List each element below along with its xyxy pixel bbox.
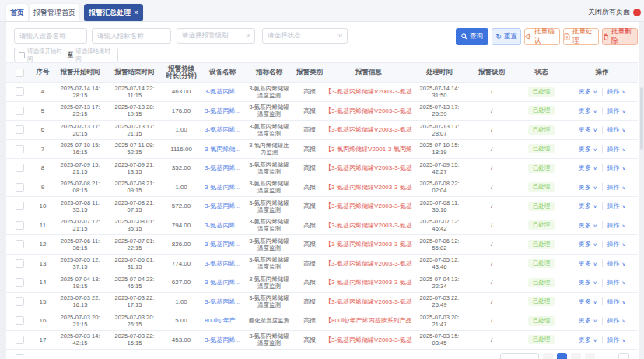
page-next-button[interactable]	[585, 353, 595, 359]
tab-alarm-management-home[interactable]: 报警管理首页	[30, 4, 79, 21]
device-name-link[interactable]: 3-氨基丙烯...	[201, 221, 244, 230]
row-checkbox[interactable]	[16, 183, 24, 192]
chevron-down-icon: ∨	[593, 165, 597, 171]
page-prev-button[interactable]	[543, 353, 553, 359]
tab-home[interactable]: 首页	[6, 4, 28, 21]
action-dropdown[interactable]: 操作	[607, 125, 620, 134]
indicator-name-input[interactable]	[97, 32, 166, 40]
alarm-level-select[interactable]: 请选择报警级别 ∨	[177, 28, 255, 44]
action-dropdown[interactable]: 操作	[607, 221, 620, 230]
page-button[interactable]	[571, 353, 581, 359]
more-dropdown[interactable]: 更多	[579, 183, 591, 192]
more-dropdown[interactable]: 更多	[579, 297, 591, 306]
row-checkbox[interactable]	[16, 336, 24, 344]
action-dropdown[interactable]: 操作	[607, 145, 620, 153]
row-checkbox[interactable]	[16, 297, 24, 306]
header-seq: 序号	[33, 68, 53, 77]
select-all-checkbox[interactable]	[16, 69, 24, 77]
more-dropdown[interactable]: 更多	[579, 259, 591, 268]
row-checkbox-cell	[6, 202, 33, 210]
device-name-link[interactable]: 3-氨基丙烯...	[201, 336, 244, 344]
more-dropdown[interactable]: 更多	[579, 87, 591, 96]
more-dropdown[interactable]: 更多	[579, 145, 591, 153]
more-dropdown[interactable]: 更多	[579, 202, 591, 210]
tab-alarm-summary-processing[interactable]: 报警汇总处理 ×	[84, 4, 143, 21]
page-jump-input[interactable]	[618, 353, 629, 359]
more-dropdown[interactable]: 更多	[579, 316, 591, 325]
action-dropdown[interactable]: 操作	[607, 259, 620, 268]
more-dropdown[interactable]: 更多	[579, 240, 591, 248]
device-name-link[interactable]: 3-氨基丙烯...	[201, 278, 244, 287]
cell-alarm-info: 【3-氨基丙烯储罐V2003-3-氨基	[325, 278, 412, 287]
row-checkbox[interactable]	[16, 107, 24, 115]
row-checkbox[interactable]	[16, 145, 24, 153]
action-dropdown[interactable]: 操作	[607, 278, 620, 287]
action-dropdown[interactable]: 操作	[607, 336, 620, 344]
tab-close-icon[interactable]: ×	[134, 9, 138, 16]
row-checkbox[interactable]	[16, 240, 24, 248]
row-checkbox[interactable]	[16, 278, 24, 287]
more-dropdown[interactable]: 更多	[579, 107, 591, 115]
device-name-link[interactable]: 3-氯丙烯储...	[201, 145, 244, 153]
device-name-input[interactable]	[19, 32, 82, 40]
row-checkbox[interactable]	[16, 259, 24, 268]
cell-alarm-level: /	[467, 164, 516, 171]
device-name-link[interactable]: 3-氨基丙烯...	[201, 240, 244, 248]
device-name-link[interactable]: 3-氨基丙烯...	[201, 297, 244, 306]
status-select[interactable]: 请选择状态 ∨	[262, 28, 348, 44]
device-name-link[interactable]: 3-氨基丙烯...	[201, 164, 244, 172]
more-dropdown[interactable]: 更多	[579, 125, 591, 134]
cell-operations: 更多∨ 操作∨	[566, 107, 638, 115]
cell-alarm-start-time: 2025-07-08 11:35:15	[53, 199, 107, 213]
batch-confirm-button[interactable]: 批量确认	[524, 28, 560, 45]
query-button[interactable]: 查询	[456, 28, 488, 45]
more-dropdown[interactable]: 更多	[579, 336, 591, 344]
cell-alarm-end-time: 2025-07-08 01:35:15	[107, 218, 162, 232]
device-name-link[interactable]: 3-氨基丙烯...	[201, 87, 244, 96]
action-dropdown[interactable]: 操作	[607, 164, 620, 172]
batch-delete-button[interactable]: 批量删除	[602, 28, 638, 45]
row-checkbox-cell	[6, 87, 33, 96]
device-name-link[interactable]: 3-氨基丙烯...	[201, 125, 244, 134]
batch-process-button[interactable]: 批量处理	[563, 28, 599, 45]
row-checkbox[interactable]	[16, 125, 24, 134]
cell-seq: 8	[33, 164, 53, 171]
device-name-link[interactable]: 3-氨基丙烯...	[201, 259, 244, 268]
cell-alarm-end-time: 2025-07-06 01:31:15	[107, 256, 162, 270]
cell-alarm-start-time: 2025-07-08 21:08:15	[53, 180, 107, 194]
device-name-link[interactable]: 3-氨基丙烯...	[201, 183, 244, 192]
cell-operations: 更多∨ 操作∨	[566, 316, 638, 325]
table-row: 4 2025-07-14 14:28:15 2025-07-14 22:11:1…	[6, 83, 638, 102]
action-dropdown[interactable]: 操作	[607, 107, 620, 115]
row-checkbox[interactable]	[16, 316, 24, 325]
close-all-pages-button[interactable]: 关闭所有页面	[588, 7, 635, 17]
page-size-select[interactable]	[500, 353, 539, 359]
cell-operations: 更多∨ 操作∨	[566, 125, 638, 134]
reset-button[interactable]: ↻ 重置	[492, 28, 521, 45]
device-name-link[interactable]: 800吨/年产...	[201, 316, 244, 325]
date-range-picker[interactable]: 请选择开始时间 至 请选择结束时间	[14, 48, 118, 62]
row-checkbox[interactable]	[16, 202, 24, 210]
row-checkbox[interactable]	[16, 221, 24, 230]
action-dropdown[interactable]: 操作	[607, 183, 620, 192]
more-dropdown[interactable]: 更多	[579, 164, 591, 172]
row-checkbox[interactable]	[16, 164, 24, 172]
device-name-link[interactable]: 3-氨基丙烯...	[201, 107, 244, 115]
more-dropdown[interactable]: 更多	[579, 278, 591, 287]
date-separator: 至	[68, 51, 74, 59]
chevron-down-icon: ∨	[621, 280, 626, 285]
cell-seq: 4	[33, 88, 53, 95]
page-button-active[interactable]	[557, 353, 567, 359]
action-dropdown[interactable]: 操作	[607, 202, 620, 210]
vertical-scrollbar-thumb[interactable]	[640, 87, 643, 150]
more-dropdown[interactable]: 更多	[579, 221, 591, 230]
row-checkbox[interactable]	[16, 87, 24, 96]
action-dropdown[interactable]: 操作	[607, 316, 620, 325]
cell-alarm-end-time: 2025-07-04 23:46:15	[107, 276, 162, 290]
action-dropdown[interactable]: 操作	[607, 87, 620, 96]
table-row: 8 2025-07-09 15:21:15 2025-07-09 21:13:1…	[6, 159, 638, 178]
action-dropdown[interactable]: 操作	[607, 297, 620, 306]
device-name-link[interactable]: 3-氨基丙烯...	[201, 202, 244, 210]
cell-duration: 572.00	[162, 202, 201, 209]
action-dropdown[interactable]: 操作	[607, 240, 620, 248]
